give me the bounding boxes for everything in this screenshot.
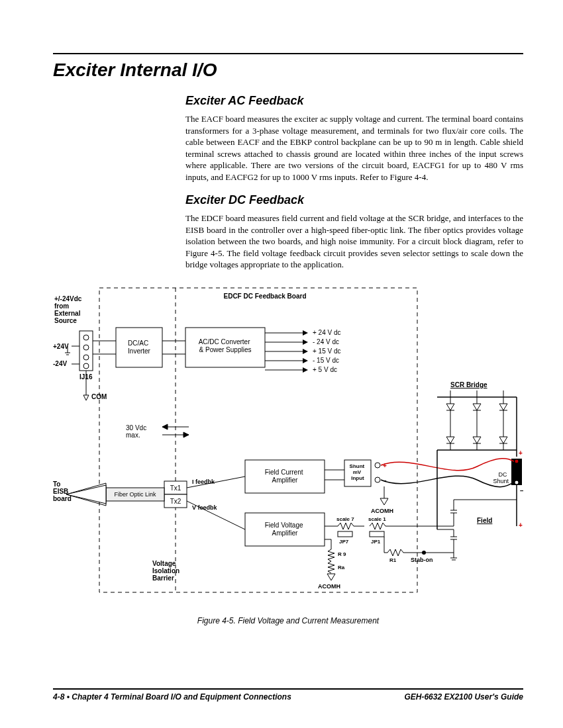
label-fva: Field Voltage Amplifier: [265, 522, 305, 537]
label-board-title: EDCF DC Feedback Board: [223, 293, 306, 300]
label-scale7: scale 7: [336, 516, 354, 522]
svg-marker-74: [473, 437, 481, 443]
svg-marker-57: [327, 574, 335, 580]
svg-point-40: [375, 477, 380, 482]
label-dc-shunt: DC Shunt: [493, 471, 509, 484]
label-fca: Field Current Amplifier: [265, 469, 305, 484]
svg-marker-79: [499, 437, 507, 443]
svg-marker-77: [499, 404, 507, 410]
label-tx1: Tx1: [170, 484, 181, 492]
svg-marker-72: [473, 404, 481, 410]
svg-marker-26: [303, 349, 308, 354]
label-field: Field: [477, 517, 492, 524]
figure-diagram: EDCF DC Feedback Board +/-24Vdc from Ext…: [53, 281, 523, 625]
footer-left: 4-8 • Chapter 4 Terminal Board I/O and E…: [53, 692, 291, 702]
svg-marker-12: [83, 395, 89, 400]
label-ra: Ra: [338, 565, 345, 570]
svg-marker-31: [162, 424, 168, 430]
label-ifeedbk: I feedbk: [192, 478, 215, 485]
label-30vdc: 30 Vdc max.: [126, 424, 148, 439]
label-to-eisb: To EISB board: [53, 480, 72, 502]
label-shunt-minus: −: [520, 487, 523, 494]
label-scr-bridge: SCR Bridge: [450, 381, 487, 388]
section-dc-feedback: Exciter DC Feedback The EDCF board measu…: [185, 193, 523, 271]
figure-caption: Figure 4-5. Field Voltage and Current Me…: [53, 616, 523, 625]
heading-ac: Exciter AC Feedback: [185, 94, 523, 108]
label-r9: R 9: [338, 551, 346, 557]
section-ac-feedback: Exciter AC Feedback The EACF board measu…: [185, 94, 523, 183]
label-scale1: scale 1: [368, 516, 386, 522]
svg-marker-69: [446, 437, 454, 443]
svg-marker-27: [303, 358, 308, 363]
svg-point-4: [83, 355, 89, 360]
label-dcac: DC/AC Inverter: [128, 340, 151, 355]
label-bridge-plus: +: [519, 449, 523, 457]
label-vib: Voltage Isolation Barrier: [152, 560, 181, 582]
label-acomh-1: ACOMH: [371, 508, 393, 514]
svg-marker-24: [303, 330, 308, 336]
svg-point-39: [375, 463, 380, 468]
label-rail-2: + 15 V dc: [313, 347, 341, 355]
label-jp7: JP7: [339, 539, 349, 545]
svg-rect-0: [99, 288, 417, 592]
label-shunt-input: Shunt mV Input: [350, 463, 366, 481]
svg-point-3: [83, 345, 89, 350]
svg-point-88: [515, 480, 519, 484]
label-plus24: +24V: [53, 343, 69, 350]
heading-dc: Exciter DC Feedback: [185, 193, 523, 207]
body-dc: The EDCF board measures field current an…: [185, 212, 523, 271]
svg-rect-1: [79, 331, 93, 371]
svg-marker-67: [446, 404, 454, 410]
label-rail-4: + 5 V dc: [313, 366, 337, 373]
svg-point-2: [83, 335, 89, 340]
label-r1: R1: [389, 557, 397, 563]
svg-marker-33: [183, 432, 189, 437]
label-minus24: -24V: [53, 360, 67, 367]
label-com: COM: [91, 393, 107, 400]
svg-point-87: [515, 459, 519, 463]
body-ac: The EACF board measures the exciter ac s…: [185, 113, 523, 183]
svg-marker-47: [66, 485, 106, 504]
svg-rect-53: [370, 531, 384, 537]
svg-marker-28: [303, 367, 308, 373]
page-title: Exciter Internal I/O: [53, 60, 523, 81]
svg-marker-25: [303, 340, 308, 345]
footer-right: GEH-6632 EX2100 User's Guide: [404, 692, 523, 702]
svg-point-5: [83, 363, 89, 369]
label-stabon: Stab-on: [411, 557, 433, 563]
label-acdc: AC/DC Converter & Power Supplies: [199, 338, 252, 353]
label-field-plus: +: [519, 522, 523, 529]
label-fiber: Fiber Optic Link: [114, 491, 156, 498]
label-vfeedbk: V feedbk: [192, 504, 218, 511]
label-rail-1: - 24 V dc: [313, 338, 339, 345]
label-acomh-2: ACOMH: [318, 583, 340, 590]
label-rail-3: - 15 V dc: [313, 357, 339, 364]
label-ext-source: +/-24Vdc from External Source: [54, 295, 83, 324]
label-jp1: JP1: [371, 539, 381, 545]
page-footer: 4-8 • Chapter 4 Terminal Board I/O and E…: [53, 688, 523, 702]
svg-marker-49: [380, 498, 388, 505]
label-rail-0: + 24 V dc: [313, 329, 341, 336]
label-tx2: Tx2: [170, 498, 181, 505]
svg-rect-52: [338, 531, 352, 537]
